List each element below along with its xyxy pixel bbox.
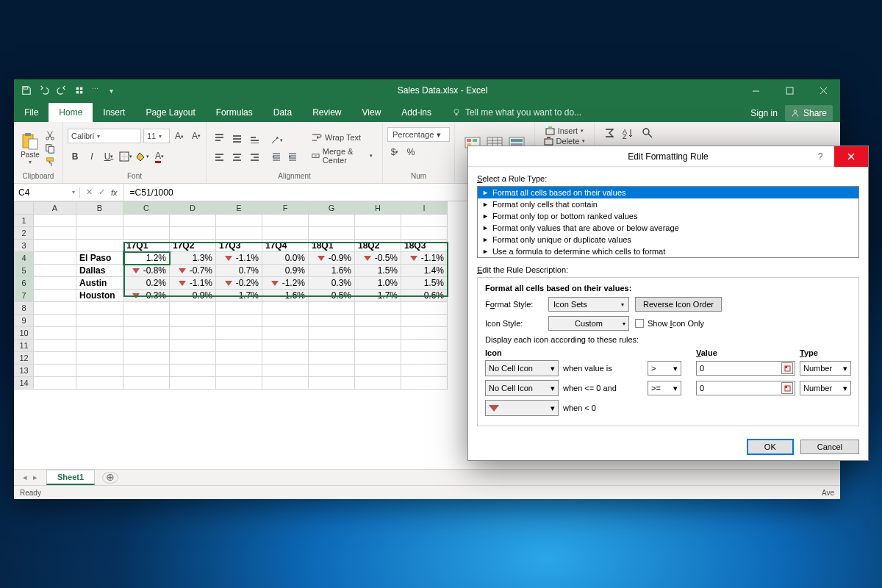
data-cell[interactable]: 1.6% (309, 265, 355, 277)
data-cell[interactable]: -0.7% (170, 265, 216, 277)
row-header[interactable]: 7 (15, 290, 34, 302)
show-icon-only-checkbox[interactable]: Show Icon Only (635, 319, 704, 328)
operator-combo[interactable]: >=▾ (648, 381, 681, 395)
minimize-button[interactable] (739, 79, 772, 101)
data-cell[interactable]: 1.7% (355, 290, 401, 302)
close-button[interactable] (806, 79, 840, 101)
column-header[interactable]: D (170, 202, 216, 215)
column-header[interactable]: I (401, 202, 448, 215)
name-box[interactable]: C4▾ (14, 187, 80, 198)
value-input[interactable]: 0 (696, 381, 795, 395)
column-header[interactable]: F (262, 202, 309, 215)
row-header[interactable]: 8 (15, 302, 34, 315)
wrap-text-button[interactable]: Wrap Text (309, 131, 376, 144)
row-header[interactable]: 3 (15, 240, 34, 252)
data-cell[interactable]: 1.2% (123, 252, 170, 265)
undo-icon[interactable] (39, 85, 49, 96)
signin-link[interactable]: Sign in (743, 104, 785, 122)
sheet-nav-next-icon[interactable]: ▸ (33, 473, 37, 482)
autosum-icon[interactable] (603, 127, 615, 139)
tab-home[interactable]: Home (49, 103, 93, 122)
qat-more-icon[interactable]: ⋯ (92, 85, 102, 96)
data-cell[interactable]: 0.0% (262, 252, 309, 265)
paste-button[interactable]: Paste ▾ (18, 132, 42, 165)
cancel-formula-icon[interactable]: ✕ (86, 187, 93, 197)
number-format-combo[interactable]: Percentage▾ (387, 127, 450, 142)
rule-type-list[interactable]: ►Format all cells based on their values … (477, 186, 859, 258)
add-sheet-button[interactable]: ⊕ (102, 472, 118, 484)
data-cell[interactable]: 1.5% (355, 265, 401, 277)
align-center-icon[interactable] (229, 149, 245, 167)
row-header[interactable]: 6 (15, 277, 34, 290)
ok-button[interactable]: OK (747, 440, 793, 454)
icon-style-combo[interactable]: Custom▾ (548, 316, 629, 331)
operator-combo[interactable]: >▾ (648, 361, 681, 376)
fill-color-icon[interactable]: ▾ (135, 149, 150, 164)
cells-delete-button[interactable]: Delete▾ (544, 136, 586, 146)
format-style-combo[interactable]: Icon Sets▾ (548, 297, 629, 312)
column-header[interactable]: B (76, 202, 123, 215)
row-header[interactable]: 12 (15, 352, 34, 365)
rule-type-item[interactable]: ►Use a formula to determine which cells … (478, 245, 858, 257)
city-cell[interactable]: Houston (76, 290, 123, 302)
maximize-button[interactable] (772, 79, 806, 101)
cancel-button[interactable]: Cancel (800, 440, 859, 454)
italic-icon[interactable]: I (85, 149, 99, 164)
data-cell[interactable]: 0.7% (216, 265, 262, 277)
column-header[interactable]: A (34, 202, 76, 215)
column-header[interactable]: C (123, 202, 170, 215)
copy-icon[interactable] (45, 143, 55, 154)
row-header[interactable]: 14 (15, 377, 34, 390)
data-cell[interactable]: 0.2% (123, 277, 170, 290)
font-size-combo[interactable]: 11▾ (143, 129, 170, 143)
data-cell[interactable]: 1.6% (262, 290, 309, 302)
align-middle-icon[interactable] (229, 130, 245, 148)
qat-customize-icon[interactable] (74, 85, 85, 96)
city-cell[interactable]: Dallas (76, 265, 123, 277)
align-bottom-icon[interactable] (246, 130, 262, 148)
merge-center-button[interactable]: Merge & Center ▾ (309, 146, 376, 166)
cells-insert-button[interactable]: Insert▾ (545, 126, 584, 135)
data-cell[interactable]: 1.0% (355, 277, 401, 290)
worksheet-grid[interactable]: A B C D E F G H I 1 2 3 17Q1 17Q2 17Q3 1… (14, 201, 448, 390)
data-cell[interactable]: 1.5% (401, 277, 448, 290)
insert-function-icon[interactable]: fx (111, 188, 118, 197)
bold-icon[interactable]: B (68, 149, 82, 164)
increase-font-icon[interactable]: A▴ (172, 129, 187, 143)
row-header[interactable]: 11 (15, 340, 34, 352)
decrease-indent-icon[interactable] (269, 149, 284, 164)
sort-filter-icon[interactable]: AZ (623, 127, 634, 139)
data-cell[interactable]: -1.1% (170, 277, 216, 290)
data-cell[interactable]: 1.4% (401, 265, 448, 277)
borders-icon[interactable]: ▾ (118, 149, 133, 164)
tab-view[interactable]: View (352, 103, 392, 122)
accounting-format-icon[interactable]: $ ▾ (387, 145, 402, 159)
type-combo[interactable]: Number▾ (800, 381, 851, 395)
tab-page-layout[interactable]: Page Layout (135, 103, 205, 122)
tab-formulas[interactable]: Formulas (206, 103, 263, 122)
redo-icon[interactable] (57, 85, 67, 96)
data-cell[interactable]: -0.3% (123, 290, 170, 302)
rule-type-item[interactable]: ►Format only values that are above or be… (478, 222, 858, 234)
range-ref-button[interactable] (781, 382, 793, 394)
format-painter-icon[interactable] (45, 157, 55, 167)
decrease-font-icon[interactable]: A▾ (189, 129, 204, 143)
data-cell[interactable]: -1.1% (401, 252, 448, 265)
column-header[interactable]: E (216, 202, 262, 215)
city-cell[interactable]: El Paso (76, 252, 123, 265)
sheet-tab[interactable]: Sheet1 (46, 470, 95, 485)
cut-icon[interactable] (45, 130, 55, 140)
row-header[interactable]: 9 (15, 315, 34, 327)
sheet-nav-prev-icon[interactable]: ◂ (23, 473, 27, 482)
tab-data[interactable]: Data (263, 103, 302, 122)
tab-review[interactable]: Review (302, 103, 351, 122)
icon-selector[interactable]: No Cell Icon▾ (485, 360, 559, 376)
dialog-titlebar[interactable]: Edit Formatting Rule ? (468, 146, 868, 167)
data-cell[interactable]: 1.3% (170, 252, 216, 265)
tab-addins[interactable]: Add-ins (391, 103, 442, 122)
increase-indent-icon[interactable] (285, 149, 300, 164)
save-icon[interactable] (21, 85, 32, 96)
data-cell[interactable]: 0.9% (170, 290, 216, 302)
reverse-icon-order-button[interactable]: Reverse Icon Order (635, 297, 722, 312)
row-header[interactable]: 2 (15, 227, 34, 240)
